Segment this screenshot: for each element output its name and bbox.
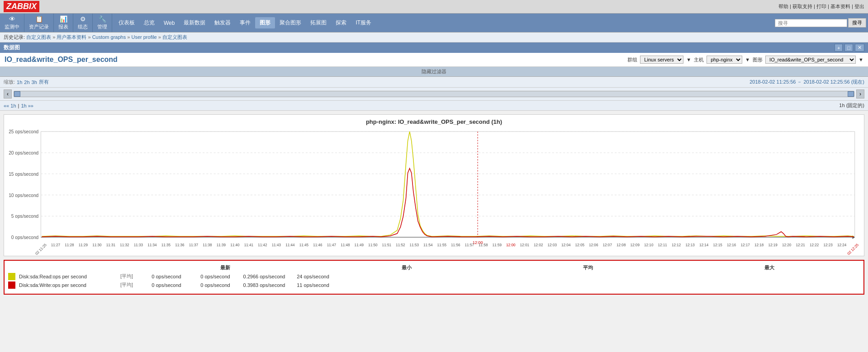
subnav-itservices[interactable]: IT服务 [351,17,376,28]
svg-text:02 11:25: 02 11:25 [34,243,47,256]
graph-dropdown-icon: ▼ [859,57,863,62]
breadcrumb-sep2: » [88,34,92,40]
legend-latest-write: 0 ops/second [144,282,189,288]
svg-text:11:41: 11:41 [244,243,254,247]
nav-prev-links: «« 1h | 1h »» [4,103,33,108]
svg-text:11:56: 11:56 [451,243,460,247]
support-link[interactable]: 获取支持 [792,4,812,9]
section-header: 数据图 + □ ✕ [0,42,868,53]
svg-text:11:40: 11:40 [230,243,240,247]
add-button[interactable]: + [835,44,843,52]
zoom-3h[interactable]: 3h [32,80,37,85]
legend-avglabel-write: [平均] [113,282,140,288]
svg-text:25 ops/second: 25 ops/second [9,129,38,134]
svg-text:11:44: 11:44 [285,243,295,247]
svg-text:12:19: 12:19 [768,243,778,247]
svg-text:11:35: 11:35 [161,243,171,247]
legend-header-row: 最新 最小 平均 最大 [8,264,860,271]
graph-label: 图形 [753,56,763,63]
subnav-web[interactable]: Web [159,18,179,28]
subnav-discovery[interactable]: 探索 [331,17,351,28]
page-title-bar: IO_read&write_OPS_per_second 群组 Linux se… [0,53,868,67]
sidebar-item-monitoring[interactable]: 👁 监测中 [0,14,24,32]
subnav-maps[interactable]: 拓展图 [306,17,331,28]
legend-box: 最新 最小 平均 最大 Disk:sda:Read:ops per second… [4,260,864,295]
sidebar-item-assets-label: 资产记录 [29,23,49,30]
time-controls: 缩放: 1h 2h 3h 所有 2018-02-02 11:25:56 － 20… [0,77,868,88]
svg-text:11:50: 11:50 [368,243,378,247]
chart-container: php-nginx: IO_read&write_OPS_per_second … [4,114,864,256]
legend-header-min: 最小 [384,264,429,271]
slider-next-button[interactable]: › [856,89,864,99]
subnav-graphs[interactable]: 图形 [255,17,275,28]
zoom-all[interactable]: 所有 [39,79,49,85]
group-label: 群组 [627,56,637,63]
host-select[interactable]: php-nginx [707,56,742,64]
profile-link[interactable]: 基本资料 [830,4,850,9]
subnav-dashboard[interactable]: 仪表板 [114,17,139,28]
legend-color-write [8,282,15,289]
sidebar-item-config[interactable]: ⚙ 组态 [73,14,93,32]
svg-text:11:28: 11:28 [65,243,74,247]
breadcrumb-user-profile[interactable]: 用户基本资料 [57,34,86,40]
svg-text:12:13: 12:13 [686,243,695,247]
subnav-triggers[interactable]: 触发器 [210,17,235,28]
svg-text:11:43: 11:43 [272,243,281,247]
breadcrumb-sep1: » [52,34,57,40]
zoom-links: 缩放: 1h 2h 3h 所有 [4,79,49,85]
prev-1h-link[interactable]: «« 1h [4,103,16,108]
legend-name-write: Disk:sda:Write:ops per second [19,282,109,288]
next-1h-link[interactable]: 1h »» [21,103,33,108]
zoom-2h[interactable]: 2h [24,80,29,85]
svg-text:12:00: 12:00 [506,243,516,247]
monitoring-icon: 👁 [9,15,15,23]
chart-svg: 25 ops/second 20 ops/second 15 ops/secon… [4,127,864,256]
print-link[interactable]: 打印 [816,4,826,9]
close-button[interactable]: ✕ [855,44,864,52]
svg-text:11:36: 11:36 [175,243,185,247]
svg-text:02 12:25: 02 12:25 [846,243,859,256]
page-title: IO_read&write_OPS_per_second [5,56,118,64]
expand-button[interactable]: □ [844,44,853,52]
subnav-screens[interactable]: 聚合图形 [275,17,306,28]
slider-right-handle[interactable] [848,91,854,97]
group-select[interactable]: Linux servers [640,56,683,64]
config-icon: ⚙ [80,15,86,23]
svg-text:11:47: 11:47 [327,243,337,247]
chart-area: 25 ops/second 20 ops/second 15 ops/secon… [4,127,864,256]
breadcrumb-user-profile-en[interactable]: User profile [131,34,157,40]
help-link[interactable]: 帮助 [778,4,788,9]
graph-select[interactable]: IO_read&write_OPS_per_second [765,56,856,64]
slider-left-handle[interactable] [14,91,20,97]
breadcrumb-custom-graphs-last[interactable]: 自定义图表 [162,34,187,40]
sidebar-item-admin[interactable]: 🔧 管理 [93,14,112,32]
svg-text:12:23: 12:23 [824,243,833,247]
sidebar-item-assets[interactable]: 📋 资产记录 [24,14,54,32]
slider-row: ‹ › [0,88,868,101]
slider-track[interactable] [14,91,854,97]
svg-text:11:49: 11:49 [355,243,364,247]
subnav-events[interactable]: 事件 [235,17,255,28]
nav-row: «« 1h | 1h »» 1h (固定的) [0,101,868,111]
search-button[interactable]: 搜寻 [848,18,866,28]
slider-prev-button[interactable]: ‹ [4,89,12,99]
breadcrumb-custom-graphs[interactable]: 自定义图表 [26,34,51,40]
subnav-overview[interactable]: 总览 [139,17,159,28]
legend-latest-read: 0 ops/second [144,274,189,279]
search-input[interactable] [775,19,847,27]
legend-item-read: Disk:sda:Read:ops per second [平均] 0 ops/… [8,273,860,280]
breadcrumb-custom-graphs-en[interactable]: Custom graphs [92,34,126,40]
legend-avg-write: 0.3983 ops/second [242,282,287,288]
svg-text:12:02: 12:02 [534,243,543,247]
breadcrumb-sep4: » [158,34,162,40]
svg-text:11:53: 11:53 [410,243,419,247]
logout-link[interactable]: 登出 [854,4,864,9]
svg-text:12:21: 12:21 [796,243,806,247]
filter-bar[interactable]: 隐藏过滤器 [0,67,868,77]
zoom-1h[interactable]: 1h [17,80,22,85]
sidebar-item-reports[interactable]: 📊 报表 [54,14,73,32]
svg-text:11:38: 11:38 [203,243,212,247]
svg-text:12:06: 12:06 [589,243,598,247]
subnav-latest[interactable]: 最新数据 [179,17,210,28]
svg-text:12:01: 12:01 [520,243,530,247]
